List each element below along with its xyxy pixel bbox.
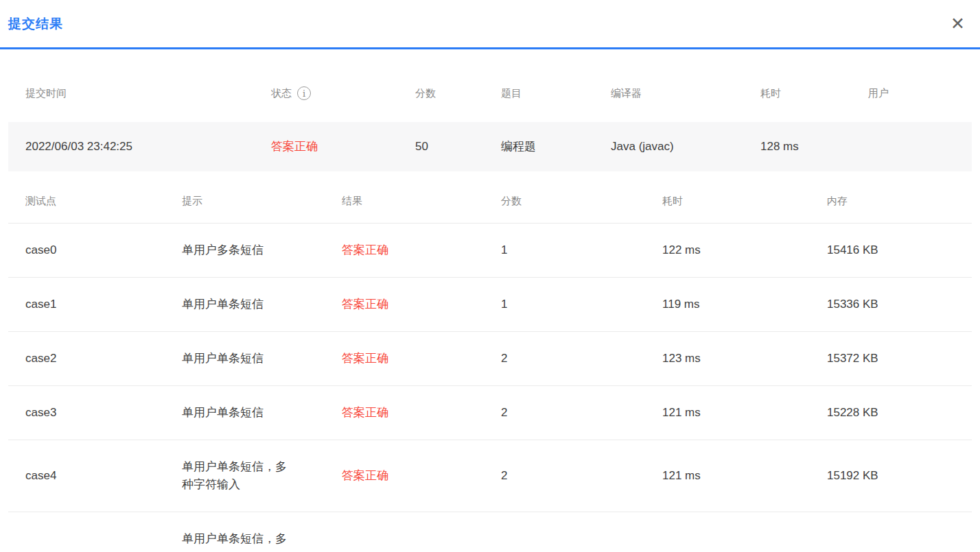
col-header-user: 用户	[868, 87, 972, 100]
cell-case: case1	[25, 296, 182, 313]
hint-text: 单用户单条短信	[182, 350, 264, 368]
cell-case-duration: 119 ms	[662, 296, 827, 313]
summary-row: 2022/06/03 23:42:25 答案正确 50 编程题 Java (ja…	[8, 122, 972, 171]
cell-submit-time: 2022/06/03 23:42:25	[25, 138, 271, 156]
cell-compiler: Java (javac)	[611, 138, 760, 156]
col-header-case-score: 分数	[501, 195, 662, 208]
info-icon[interactable]: i	[297, 86, 311, 100]
cell-duration: 128 ms	[760, 138, 868, 156]
table-row: case3 单用户单条短信 答案正确 2 121 ms 15228 KB	[8, 386, 972, 440]
table-row: case0 单用户多条短信 答案正确 1 122 ms 15416 KB	[8, 224, 972, 278]
cell-hint: 单用户单条短信	[182, 296, 342, 313]
table-row-partial: 单用户单条短信，多	[8, 512, 972, 552]
cell-case-score: 2	[501, 467, 662, 485]
col-header-compiler: 编译器	[611, 87, 760, 100]
cell-case: case3	[25, 404, 182, 422]
cell-case: case4	[25, 467, 182, 485]
cell-result: 答案正确	[342, 241, 501, 259]
table-row: case2 单用户单条短信 答案正确 2 123 ms 15372 KB	[8, 332, 972, 386]
hint-text: 单用户多条短信	[182, 241, 264, 259]
cell-case: case2	[25, 350, 182, 368]
cell-hint: 单用户单条短信，多种字符输入	[182, 458, 342, 494]
cases-table: 测试点 提示 结果 分数 耗时 内存 case0 单用户多条短信 答案正确 1 …	[8, 191, 972, 552]
col-header-submit-time: 提交时间	[25, 87, 271, 100]
cell-score: 50	[415, 138, 501, 156]
cell-hint: 单用户单条短信，多	[182, 530, 342, 548]
status-header-label: 状态	[271, 87, 292, 100]
cell-case-duration: 121 ms	[662, 467, 827, 485]
cell-case-score: 1	[501, 296, 662, 313]
cell-hint: 单用户单条短信	[182, 404, 342, 422]
col-header-case-duration: 耗时	[662, 195, 827, 208]
modal-header: 提交结果 ✕	[0, 0, 980, 49]
col-header-score: 分数	[415, 87, 501, 100]
col-header-memory: 内存	[827, 195, 972, 208]
table-row: case1 单用户单条短信 答案正确 1 119 ms 15336 KB	[8, 278, 972, 332]
cell-memory: 15416 KB	[827, 241, 972, 259]
cell-memory: 15192 KB	[827, 467, 972, 485]
hint-text: 单用户单条短信	[182, 296, 264, 313]
cell-hint: 单用户多条短信	[182, 241, 342, 259]
cell-result: 答案正确	[342, 296, 501, 313]
cell-case-duration: 121 ms	[662, 404, 827, 422]
cell-case-duration: 123 ms	[662, 350, 827, 368]
col-header-hint: 提示	[182, 195, 342, 208]
cell-memory: 15228 KB	[827, 404, 972, 422]
cases-table-header: 测试点 提示 结果 分数 耗时 内存	[8, 191, 972, 224]
cell-status: 答案正确	[271, 138, 415, 156]
cell-case-score: 2	[501, 404, 662, 422]
table-row: case4 单用户单条短信，多种字符输入 答案正确 2 121 ms 15192…	[8, 440, 972, 512]
cell-memory: 15372 KB	[827, 350, 972, 368]
hint-text: 单用户单条短信，多	[182, 530, 287, 548]
cell-problem: 编程题	[501, 138, 611, 156]
cell-case-score: 2	[501, 350, 662, 368]
cell-result: 答案正确	[342, 350, 501, 368]
cell-result: 答案正确	[342, 467, 501, 485]
col-header-duration: 耗时	[760, 87, 868, 100]
col-header-case: 测试点	[25, 195, 182, 208]
cell-memory: 15336 KB	[827, 296, 972, 313]
close-icon[interactable]: ✕	[950, 15, 965, 32]
cell-hint: 单用户单条短信	[182, 350, 342, 368]
cell-case: case0	[25, 241, 182, 259]
hint-text: 单用户单条短信，多种字符输入	[182, 458, 293, 494]
summary-table: 提交时间 状态 i 分数 题目 编译器 耗时 用户 2022/06/03 23:…	[8, 81, 972, 171]
col-header-problem: 题目	[501, 87, 611, 100]
hint-text: 单用户单条短信	[182, 404, 264, 422]
modal-title: 提交结果	[8, 15, 63, 33]
cell-result: 答案正确	[342, 404, 501, 422]
cell-case-duration: 122 ms	[662, 241, 827, 259]
col-header-status: 状态 i	[271, 86, 415, 100]
col-header-result: 结果	[342, 195, 501, 208]
cell-case-score: 1	[501, 241, 662, 259]
summary-table-header: 提交时间 状态 i 分数 题目 编译器 耗时 用户	[8, 81, 972, 106]
